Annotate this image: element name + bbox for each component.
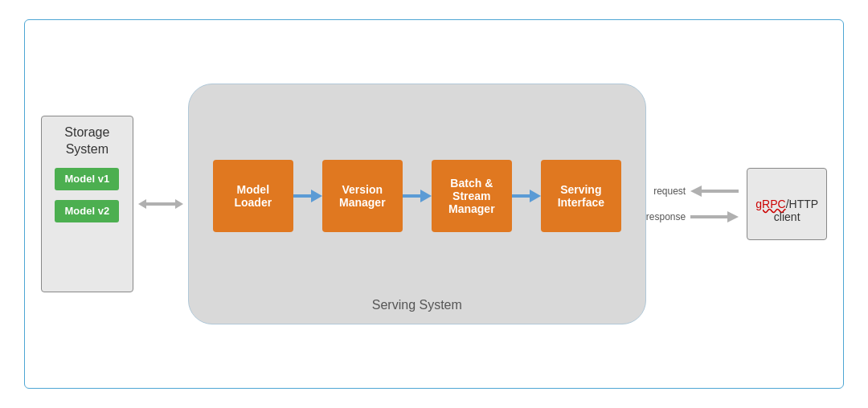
storage-to-serving-arrow bbox=[137, 194, 185, 214]
diagram-container: Storage System Model v1 Model v2 bbox=[24, 19, 844, 389]
model-loader-box: Model Loader bbox=[213, 160, 293, 232]
svg-rect-1 bbox=[146, 202, 175, 206]
serving-system-label: Serving System bbox=[372, 298, 462, 312]
components-row: Model Loader Version Manager Batch & Str… bbox=[213, 160, 621, 232]
svg-marker-5 bbox=[420, 190, 432, 202]
arrow-loader-to-version bbox=[293, 186, 322, 206]
svg-marker-3 bbox=[311, 190, 322, 202]
response-arrow bbox=[690, 210, 739, 224]
svg-marker-2 bbox=[175, 199, 183, 209]
arrow-batch-to-serving bbox=[512, 186, 541, 206]
arrow-version-to-batch bbox=[403, 186, 432, 206]
response-row: response bbox=[646, 210, 739, 224]
svg-rect-11 bbox=[690, 215, 727, 218]
storage-system-title: Storage System bbox=[48, 124, 126, 158]
serving-system-box: Model Loader Version Manager Batch & Str… bbox=[188, 84, 646, 324]
request-label: request bbox=[653, 186, 686, 197]
svg-rect-10 bbox=[702, 190, 739, 193]
svg-rect-8 bbox=[512, 194, 530, 198]
diagram-inner: Storage System Model v1 Model v2 bbox=[25, 20, 843, 388]
svg-marker-9 bbox=[690, 186, 702, 197]
grpc-text: gRPC bbox=[755, 198, 785, 210]
storage-system-box: Storage System Model v1 Model v2 bbox=[41, 116, 133, 292]
svg-marker-0 bbox=[138, 199, 146, 209]
svg-marker-7 bbox=[530, 190, 541, 202]
request-arrow bbox=[690, 184, 739, 198]
model-v1-badge: Model v1 bbox=[55, 168, 119, 190]
batch-stream-manager-box: Batch & Stream Manager bbox=[432, 160, 512, 232]
version-manager-box: Version Manager bbox=[322, 160, 403, 232]
request-row: request bbox=[653, 184, 739, 198]
model-v2-badge: Model v2 bbox=[55, 200, 119, 222]
svg-rect-6 bbox=[403, 194, 420, 198]
serving-interface-box: Serving Interface bbox=[541, 160, 621, 232]
response-label: response bbox=[646, 211, 686, 222]
svg-marker-12 bbox=[727, 211, 739, 222]
svg-rect-4 bbox=[293, 194, 311, 198]
grpc-client-box: gRPC/HTTP client bbox=[747, 168, 827, 240]
